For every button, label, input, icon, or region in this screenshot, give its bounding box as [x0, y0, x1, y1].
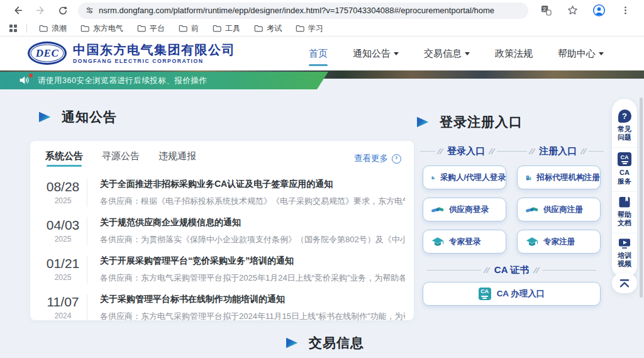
notice-title[interactable]: 关于规范供应商企业规模信息的通知: [100, 217, 405, 228]
translate-icon: 文: [541, 5, 552, 16]
folder-icon: [254, 25, 263, 32]
bookmark-folder[interactable]: 浪潮: [39, 23, 67, 34]
training-videos-button[interactable]: 培训视频: [612, 233, 637, 274]
nav-policies[interactable]: 政策法规: [495, 44, 533, 64]
folder-icon: [213, 25, 221, 32]
notice-date: 08/28 2025: [39, 179, 87, 205]
forward-button[interactable]: [31, 2, 49, 20]
entry-button-grid: 采购人/代理人登录 招标代理机构注册 供应商登录 供应商注册 专家登录 专家注册: [423, 165, 601, 254]
nav-notices[interactable]: 通知公告: [353, 44, 399, 64]
nav-home[interactable]: 首页: [309, 44, 328, 64]
supplier-login-button[interactable]: 供应商登录: [423, 198, 506, 221]
caret-down-icon: [465, 52, 470, 55]
nav-help-center[interactable]: 帮助中心: [558, 44, 604, 64]
site-settings-icon: [86, 6, 94, 14]
section-arrow-icon: [286, 337, 299, 349]
bookmark-label: 平台: [150, 23, 165, 34]
collapse-up-icon: [618, 279, 631, 288]
bidding-agency-register-button[interactable]: 招标代理机构注册: [517, 165, 601, 189]
reload-button[interactable]: [54, 2, 72, 20]
notice-title[interactable]: 关于全面推进非招标采购业务CA认证及电子签章应用的通知: [100, 179, 405, 190]
translate-button[interactable]: 文: [537, 2, 555, 20]
brand-logo[interactable]: DEC 中国东方电气集团有限公司 DONGFANG ELECTRIC CORPO…: [28, 42, 235, 65]
bookmark-label: 浪潮: [52, 23, 67, 34]
folder-icon: [80, 25, 89, 32]
bookmark-label: 学习: [308, 23, 323, 34]
graduation-cap-icon: [431, 237, 444, 247]
bookmark-folder[interactable]: 东方电气: [80, 23, 123, 34]
notice-date: 04/03 2025: [39, 217, 87, 243]
notice-list-item[interactable]: 04/03 2025 关于规范供应商企业规模信息的通知 各供应商：为贯彻落实《保…: [30, 211, 414, 249]
ca-entry-button[interactable]: CA CA 办理入口: [423, 282, 601, 306]
ca-service-button[interactable]: CA CA服务: [612, 147, 637, 191]
url-text: nsrm.dongfang.com/platform/runtime/epp/d…: [99, 6, 494, 15]
notification-dot: [29, 74, 33, 77]
help-docs-button[interactable]: 帮助文档: [612, 191, 637, 233]
circle-arrow-icon: [392, 154, 401, 164]
supplier-register-button[interactable]: 供应商注册: [517, 198, 601, 221]
active-tab-underline: [309, 64, 328, 66]
notices-section-heading: 通知公告: [39, 108, 117, 126]
url-bar[interactable]: nsrm.dongfang.com/platform/runtime/epp/d…: [78, 3, 528, 19]
notice-desc: 各供应商：根据《电子招标投标系统技术规范》《电子采购交易规范》要求，东方电气采购…: [100, 196, 405, 207]
back-arrow-icon: [13, 5, 23, 16]
forward-arrow-icon: [35, 5, 46, 16]
login-heading-text: 登录注册入口: [440, 113, 523, 131]
star-icon: [567, 5, 578, 16]
floating-help-rail: ? 常见问题 CA CA服务 帮助文档 培训视频: [612, 99, 637, 278]
caret-down-icon: [394, 52, 399, 55]
nav-trade-info[interactable]: 交易信息: [424, 44, 470, 64]
login-register-columns: 登录入口 注册入口: [420, 145, 604, 157]
section-arrow-icon: [39, 111, 52, 123]
expert-register-button[interactable]: 专家注册: [517, 230, 601, 254]
company-name-en: DONGFANG ELECTRIC CORPORATION: [73, 58, 235, 64]
ca-badge-icon: CA: [479, 288, 491, 300]
view-more-link[interactable]: 查看更多: [354, 153, 401, 164]
bookmark-label: 考试: [267, 23, 282, 34]
profile-avatar-icon: [592, 4, 606, 17]
folder-icon: [296, 25, 304, 32]
ribbon-text: 请使用360安全浏览器进行后续投标、报价操作: [38, 76, 207, 86]
browser-notice-ribbon: 请使用360安全浏览器进行后续投标、报价操作: [0, 72, 328, 89]
browser-chrome: nsrm.dongfang.com/platform/runtime/epp/d…: [0, 0, 644, 36]
apps-grid-button[interactable]: [6, 21, 20, 35]
menu-button[interactable]: [616, 2, 634, 20]
bookmarks-separator: [26, 24, 27, 33]
notice-list-item[interactable]: 11/07 2024 关于采购管理平台标书在线制作功能培训的通知 各供应商：东方…: [30, 288, 414, 326]
profile-button[interactable]: [590, 2, 608, 20]
purchaser-agent-login-button[interactable]: 采购人/代理人登录: [423, 165, 506, 189]
notice-title[interactable]: 关于采购管理平台标书在线制作功能培训的通知: [100, 294, 405, 305]
ca-certificate-divider: CA 证书: [423, 264, 601, 276]
folder-icon: [137, 25, 146, 32]
bookmark-label: 东方电气: [93, 23, 123, 34]
ca-card-icon: CA: [618, 152, 631, 166]
caret-down-icon: [599, 52, 604, 55]
tab-system-notices[interactable]: 系统公告: [45, 150, 83, 167]
notice-list-item[interactable]: 08/28 2025 关于全面推进非招标采购业务CA认证及电子签章应用的通知 各…: [30, 172, 414, 211]
faq-button[interactable]: ? 常见问题: [612, 105, 637, 147]
page-scrollbar[interactable]: [640, 98, 643, 298]
bookmark-folder[interactable]: 前: [179, 23, 199, 34]
back-to-top-button[interactable]: [612, 273, 637, 293]
back-button[interactable]: [9, 2, 26, 20]
notices-card: 系统公告 寻源公告 违规通报 查看更多 08/28 2025 关于全面推进非招标…: [30, 141, 414, 320]
folder-icon: [179, 25, 187, 32]
trade-info-heading-text: 交易信息: [309, 334, 364, 352]
login-column-label: 登录入口: [420, 145, 512, 157]
bookmark-folder[interactable]: 考试: [254, 23, 282, 34]
browser-toolbar: nsrm.dongfang.com/platform/runtime/epp/d…: [0, 0, 644, 21]
book-icon: [618, 196, 631, 208]
bookmark-star-button[interactable]: [564, 2, 581, 20]
bookmark-label: 工具: [225, 23, 240, 34]
tab-violation-reports[interactable]: 违规通报: [158, 150, 196, 167]
question-icon: ?: [618, 109, 631, 123]
bookmarks-bar: 浪潮 东方电气 平台 前 工具 考试 学习: [0, 21, 644, 36]
bookmark-folder[interactable]: 平台: [137, 23, 165, 34]
bookmark-folder[interactable]: 学习: [296, 23, 323, 34]
notice-title[interactable]: 关于开展采购管理平台“竞价采购业务”培训的通知: [100, 255, 405, 267]
expert-login-button[interactable]: 专家登录: [423, 230, 506, 254]
bookmark-folder[interactable]: 工具: [213, 23, 240, 34]
tab-sourcing-notices[interactable]: 寻源公告: [102, 150, 140, 167]
notice-list-item[interactable]: 01/21 2025 关于开展采购管理平台“竞价采购业务”培训的通知 各供应商：…: [30, 249, 414, 288]
building-icon: [431, 172, 435, 184]
